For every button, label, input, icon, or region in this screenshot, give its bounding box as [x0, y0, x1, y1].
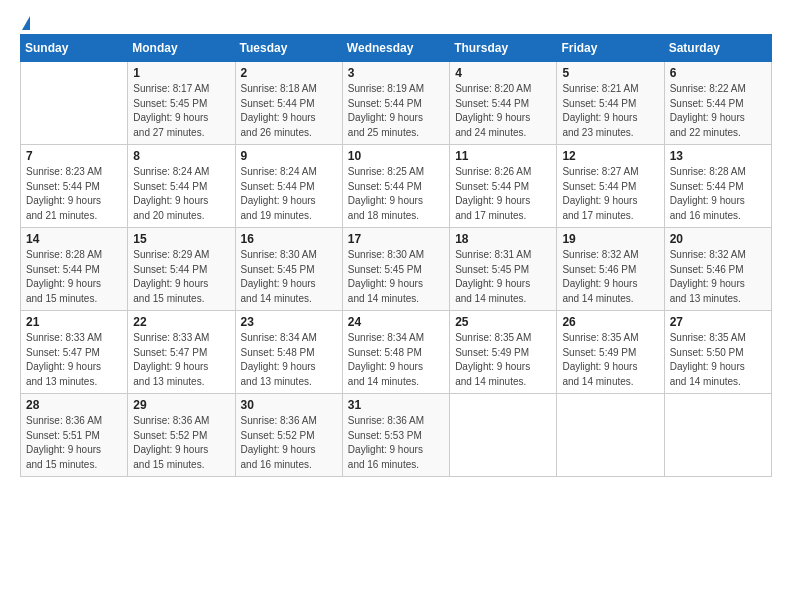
day-number: 14 — [26, 232, 122, 246]
calendar-cell: 20Sunrise: 8:32 AM Sunset: 5:46 PM Dayli… — [664, 228, 771, 311]
week-row-5: 28Sunrise: 8:36 AM Sunset: 5:51 PM Dayli… — [21, 394, 772, 477]
day-number: 21 — [26, 315, 122, 329]
day-number: 27 — [670, 315, 766, 329]
day-info: Sunrise: 8:36 AM Sunset: 5:52 PM Dayligh… — [241, 414, 337, 472]
calendar-cell: 3Sunrise: 8:19 AM Sunset: 5:44 PM Daylig… — [342, 62, 449, 145]
day-number: 4 — [455, 66, 551, 80]
calendar-cell: 18Sunrise: 8:31 AM Sunset: 5:45 PM Dayli… — [450, 228, 557, 311]
page-header — [20, 16, 772, 30]
day-number: 12 — [562, 149, 658, 163]
logo — [20, 16, 30, 30]
logo-triangle-icon — [22, 16, 30, 30]
day-info: Sunrise: 8:21 AM Sunset: 5:44 PM Dayligh… — [562, 82, 658, 140]
day-number: 2 — [241, 66, 337, 80]
calendar-cell: 29Sunrise: 8:36 AM Sunset: 5:52 PM Dayli… — [128, 394, 235, 477]
calendar-cell: 25Sunrise: 8:35 AM Sunset: 5:49 PM Dayli… — [450, 311, 557, 394]
calendar-cell: 23Sunrise: 8:34 AM Sunset: 5:48 PM Dayli… — [235, 311, 342, 394]
day-info: Sunrise: 8:19 AM Sunset: 5:44 PM Dayligh… — [348, 82, 444, 140]
calendar-cell: 15Sunrise: 8:29 AM Sunset: 5:44 PM Dayli… — [128, 228, 235, 311]
day-info: Sunrise: 8:32 AM Sunset: 5:46 PM Dayligh… — [670, 248, 766, 306]
day-number: 26 — [562, 315, 658, 329]
day-number: 20 — [670, 232, 766, 246]
day-number: 10 — [348, 149, 444, 163]
day-info: Sunrise: 8:28 AM Sunset: 5:44 PM Dayligh… — [26, 248, 122, 306]
day-number: 11 — [455, 149, 551, 163]
day-info: Sunrise: 8:17 AM Sunset: 5:45 PM Dayligh… — [133, 82, 229, 140]
day-number: 25 — [455, 315, 551, 329]
calendar-cell: 13Sunrise: 8:28 AM Sunset: 5:44 PM Dayli… — [664, 145, 771, 228]
calendar-cell: 26Sunrise: 8:35 AM Sunset: 5:49 PM Dayli… — [557, 311, 664, 394]
day-info: Sunrise: 8:24 AM Sunset: 5:44 PM Dayligh… — [133, 165, 229, 223]
calendar-cell: 12Sunrise: 8:27 AM Sunset: 5:44 PM Dayli… — [557, 145, 664, 228]
day-info: Sunrise: 8:34 AM Sunset: 5:48 PM Dayligh… — [348, 331, 444, 389]
header-wednesday: Wednesday — [342, 35, 449, 62]
day-number: 13 — [670, 149, 766, 163]
calendar-cell: 4Sunrise: 8:20 AM Sunset: 5:44 PM Daylig… — [450, 62, 557, 145]
calendar-cell: 17Sunrise: 8:30 AM Sunset: 5:45 PM Dayli… — [342, 228, 449, 311]
day-number: 8 — [133, 149, 229, 163]
calendar-cell — [450, 394, 557, 477]
week-row-4: 21Sunrise: 8:33 AM Sunset: 5:47 PM Dayli… — [21, 311, 772, 394]
day-info: Sunrise: 8:35 AM Sunset: 5:49 PM Dayligh… — [455, 331, 551, 389]
header-monday: Monday — [128, 35, 235, 62]
calendar-cell: 22Sunrise: 8:33 AM Sunset: 5:47 PM Dayli… — [128, 311, 235, 394]
day-number: 3 — [348, 66, 444, 80]
day-info: Sunrise: 8:33 AM Sunset: 5:47 PM Dayligh… — [26, 331, 122, 389]
day-info: Sunrise: 8:20 AM Sunset: 5:44 PM Dayligh… — [455, 82, 551, 140]
calendar-header-row: SundayMondayTuesdayWednesdayThursdayFrid… — [21, 35, 772, 62]
calendar-cell: 27Sunrise: 8:35 AM Sunset: 5:50 PM Dayli… — [664, 311, 771, 394]
day-info: Sunrise: 8:25 AM Sunset: 5:44 PM Dayligh… — [348, 165, 444, 223]
calendar-cell: 24Sunrise: 8:34 AM Sunset: 5:48 PM Dayli… — [342, 311, 449, 394]
day-info: Sunrise: 8:30 AM Sunset: 5:45 PM Dayligh… — [348, 248, 444, 306]
calendar-table: SundayMondayTuesdayWednesdayThursdayFrid… — [20, 34, 772, 477]
day-info: Sunrise: 8:32 AM Sunset: 5:46 PM Dayligh… — [562, 248, 658, 306]
calendar-cell: 1Sunrise: 8:17 AM Sunset: 5:45 PM Daylig… — [128, 62, 235, 145]
week-row-2: 7Sunrise: 8:23 AM Sunset: 5:44 PM Daylig… — [21, 145, 772, 228]
header-sunday: Sunday — [21, 35, 128, 62]
day-number: 1 — [133, 66, 229, 80]
calendar-cell: 28Sunrise: 8:36 AM Sunset: 5:51 PM Dayli… — [21, 394, 128, 477]
day-number: 16 — [241, 232, 337, 246]
day-number: 5 — [562, 66, 658, 80]
day-number: 18 — [455, 232, 551, 246]
day-info: Sunrise: 8:36 AM Sunset: 5:52 PM Dayligh… — [133, 414, 229, 472]
day-info: Sunrise: 8:26 AM Sunset: 5:44 PM Dayligh… — [455, 165, 551, 223]
day-info: Sunrise: 8:34 AM Sunset: 5:48 PM Dayligh… — [241, 331, 337, 389]
day-number: 6 — [670, 66, 766, 80]
calendar-cell — [557, 394, 664, 477]
week-row-3: 14Sunrise: 8:28 AM Sunset: 5:44 PM Dayli… — [21, 228, 772, 311]
calendar-cell: 8Sunrise: 8:24 AM Sunset: 5:44 PM Daylig… — [128, 145, 235, 228]
day-info: Sunrise: 8:28 AM Sunset: 5:44 PM Dayligh… — [670, 165, 766, 223]
day-info: Sunrise: 8:22 AM Sunset: 5:44 PM Dayligh… — [670, 82, 766, 140]
day-number: 23 — [241, 315, 337, 329]
header-saturday: Saturday — [664, 35, 771, 62]
day-info: Sunrise: 8:35 AM Sunset: 5:49 PM Dayligh… — [562, 331, 658, 389]
day-number: 30 — [241, 398, 337, 412]
calendar-cell: 11Sunrise: 8:26 AM Sunset: 5:44 PM Dayli… — [450, 145, 557, 228]
calendar-cell: 31Sunrise: 8:36 AM Sunset: 5:53 PM Dayli… — [342, 394, 449, 477]
calendar-cell: 14Sunrise: 8:28 AM Sunset: 5:44 PM Dayli… — [21, 228, 128, 311]
day-number: 31 — [348, 398, 444, 412]
calendar-cell: 10Sunrise: 8:25 AM Sunset: 5:44 PM Dayli… — [342, 145, 449, 228]
day-number: 29 — [133, 398, 229, 412]
header-tuesday: Tuesday — [235, 35, 342, 62]
calendar-cell: 19Sunrise: 8:32 AM Sunset: 5:46 PM Dayli… — [557, 228, 664, 311]
week-row-1: 1Sunrise: 8:17 AM Sunset: 5:45 PM Daylig… — [21, 62, 772, 145]
day-info: Sunrise: 8:27 AM Sunset: 5:44 PM Dayligh… — [562, 165, 658, 223]
day-info: Sunrise: 8:33 AM Sunset: 5:47 PM Dayligh… — [133, 331, 229, 389]
calendar-cell — [664, 394, 771, 477]
header-friday: Friday — [557, 35, 664, 62]
day-info: Sunrise: 8:18 AM Sunset: 5:44 PM Dayligh… — [241, 82, 337, 140]
day-info: Sunrise: 8:31 AM Sunset: 5:45 PM Dayligh… — [455, 248, 551, 306]
day-number: 28 — [26, 398, 122, 412]
calendar-cell: 21Sunrise: 8:33 AM Sunset: 5:47 PM Dayli… — [21, 311, 128, 394]
day-number: 15 — [133, 232, 229, 246]
calendar-cell: 6Sunrise: 8:22 AM Sunset: 5:44 PM Daylig… — [664, 62, 771, 145]
calendar-cell: 5Sunrise: 8:21 AM Sunset: 5:44 PM Daylig… — [557, 62, 664, 145]
day-info: Sunrise: 8:36 AM Sunset: 5:51 PM Dayligh… — [26, 414, 122, 472]
day-number: 9 — [241, 149, 337, 163]
day-info: Sunrise: 8:24 AM Sunset: 5:44 PM Dayligh… — [241, 165, 337, 223]
day-info: Sunrise: 8:36 AM Sunset: 5:53 PM Dayligh… — [348, 414, 444, 472]
calendar-cell: 30Sunrise: 8:36 AM Sunset: 5:52 PM Dayli… — [235, 394, 342, 477]
calendar-cell: 16Sunrise: 8:30 AM Sunset: 5:45 PM Dayli… — [235, 228, 342, 311]
